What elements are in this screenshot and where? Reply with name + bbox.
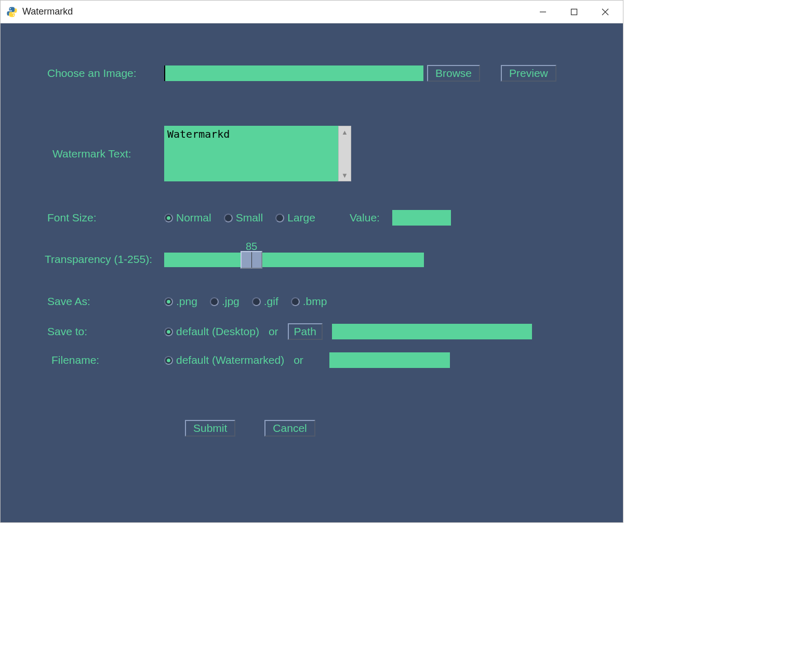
transparency-label: Transparency (1-255):	[32, 253, 164, 266]
font-small-radio[interactable]: Small	[224, 212, 263, 224]
font-value-input[interactable]	[392, 210, 451, 226]
radio-label: default (Watermarked)	[176, 354, 284, 366]
save-as-label: Save As:	[32, 295, 164, 308]
save-to-default-radio[interactable]: default (Desktop)	[164, 325, 259, 338]
window-title: Watermarkd	[22, 6, 527, 17]
maximize-button[interactable]	[558, 1, 590, 23]
value-label: Value:	[350, 212, 380, 224]
radio-icon	[252, 297, 261, 306]
save-path-input[interactable]	[332, 324, 532, 339]
radio-icon	[164, 214, 173, 222]
choose-image-label: Choose an Image:	[32, 67, 164, 80]
or-text: or	[269, 325, 278, 338]
radio-icon	[224, 214, 233, 222]
browse-button[interactable]: Browse	[427, 65, 480, 82]
font-normal-radio[interactable]: Normal	[164, 212, 211, 224]
transparency-slider[interactable]: 85	[164, 253, 424, 273]
font-large-radio[interactable]: Large	[275, 212, 315, 224]
cancel-button[interactable]: Cancel	[264, 420, 315, 437]
scroll-down-icon[interactable]: ▼	[339, 169, 351, 181]
svg-point-0	[10, 8, 11, 9]
radio-label: .gif	[264, 295, 278, 308]
textarea-scrollbar[interactable]: ▲ ▼	[338, 126, 351, 181]
radio-icon	[164, 327, 173, 336]
radio-label: .bmp	[303, 295, 327, 308]
close-button[interactable]	[590, 1, 621, 23]
radio-icon	[275, 214, 284, 222]
filename-default-radio[interactable]: default (Watermarked)	[164, 354, 284, 366]
radio-icon	[291, 297, 300, 306]
save-to-label: Save to:	[32, 325, 164, 338]
minimize-button[interactable]	[527, 1, 558, 23]
radio-icon	[164, 356, 173, 365]
scroll-up-icon[interactable]: ▲	[339, 126, 351, 138]
svg-rect-3	[571, 9, 577, 15]
or-text: or	[294, 354, 303, 366]
saveas-bmp-radio[interactable]: .bmp	[291, 295, 327, 308]
preview-button[interactable]: Preview	[501, 65, 556, 82]
slider-thumb[interactable]	[241, 251, 262, 269]
radio-label: Large	[287, 212, 315, 224]
radio-label: Small	[236, 212, 263, 224]
form-panel: Choose an Image: Browse Preview Watermar…	[1, 23, 623, 522]
watermark-text-label: Watermark Text:	[32, 148, 164, 160]
saveas-jpg-radio[interactable]: .jpg	[210, 295, 240, 308]
title-bar: Watermarkd	[1, 1, 623, 23]
radio-label: .jpg	[222, 295, 240, 308]
watermark-textarea[interactable]: Watermarkd	[164, 126, 338, 181]
path-button[interactable]: Path	[288, 323, 323, 340]
slider-track	[164, 253, 424, 267]
window-controls	[527, 1, 621, 23]
font-size-label: Font Size:	[32, 212, 164, 224]
filename-label: Filename:	[32, 354, 164, 366]
watermark-textarea-wrap: Watermarkd ▲ ▼	[164, 126, 351, 181]
app-icon	[6, 6, 18, 18]
saveas-gif-radio[interactable]: .gif	[252, 295, 278, 308]
submit-button[interactable]: Submit	[185, 420, 235, 437]
radio-label: Normal	[176, 212, 211, 224]
radio-label: default (Desktop)	[176, 325, 259, 338]
svg-point-1	[13, 15, 14, 16]
image-path-input[interactable]	[164, 65, 423, 81]
radio-icon	[210, 297, 219, 306]
saveas-png-radio[interactable]: .png	[164, 295, 197, 308]
radio-icon	[164, 297, 173, 306]
slider-value: 85	[246, 241, 257, 253]
filename-input[interactable]	[329, 352, 450, 368]
radio-label: .png	[176, 295, 197, 308]
